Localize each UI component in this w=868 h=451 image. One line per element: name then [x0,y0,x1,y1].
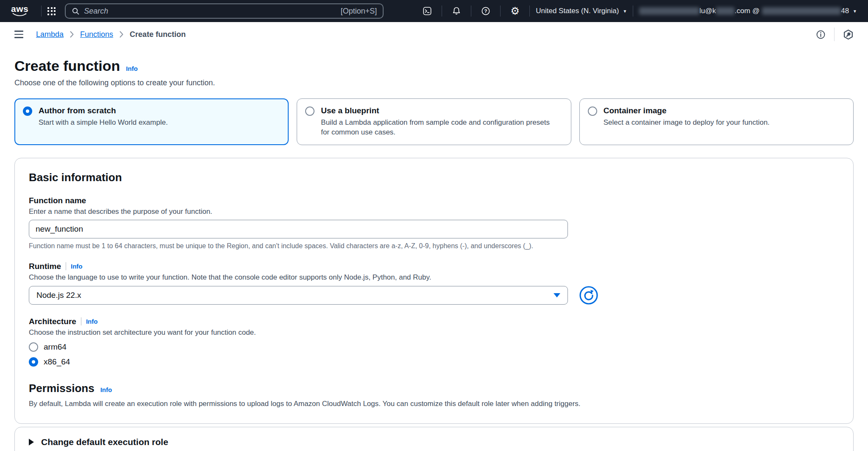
tile-description: Start with a simple Hello World example. [39,118,168,128]
top-navigation: aws [Option+S] [0,0,868,22]
expander-label: Change default execution role [41,437,168,447]
gear-icon: ⚙ [510,6,520,16]
runtime-selected-value: Node.js 22.x [36,291,81,300]
permissions-description: By default, Lambda will create an execut… [29,400,839,408]
architecture-description: Choose the instruction set architecture … [29,328,839,337]
search-icon [72,7,80,15]
help-button[interactable]: ? [477,3,494,19]
tile-container-image[interactable]: Container image Select a container image… [579,98,854,145]
radio-selected-icon[interactable] [29,357,38,367]
tile-description: Build a Lambda application from sample c… [321,118,558,137]
radio-selected-icon[interactable] [23,106,32,116]
breadcrumb-current: Create function [130,30,186,39]
account-fragment: lu@k [699,7,716,15]
account-redacted-block [762,7,841,15]
info-panel-button[interactable] [816,30,826,39]
function-name-label: Function name [29,196,86,205]
function-name-field: Function name Enter a name that describe… [29,196,839,250]
creation-option-tiles: Author from scratch Start with a simple … [14,98,854,145]
radio-arm64-label: arm64 [44,342,67,352]
hamburger-menu-icon[interactable] [14,31,23,38]
divider [834,28,835,41]
account-redacted-block [639,7,699,15]
tile-author-from-scratch[interactable]: Author from scratch Start with a simple … [14,98,289,145]
page-info-link[interactable]: Info [126,65,138,72]
account-menu[interactable]: lu@k .com @ 48 ▼ [639,7,857,15]
breadcrumb-functions[interactable]: Functions [80,30,113,39]
account-fragment: 48 [841,7,849,15]
account-fragment: .com @ [734,7,760,15]
region-label: United States (N. Virginia) [536,7,619,15]
svg-text:?: ? [484,8,487,14]
settings-button[interactable]: ⚙ [506,3,523,19]
runtime-select[interactable]: Node.js 22.x [29,286,568,305]
main-content: Create function Info Choose one of the f… [0,47,868,451]
services-grid-icon[interactable] [47,7,56,15]
global-search[interactable]: [Option+S] [65,3,384,19]
radio-arm64[interactable]: arm64 [29,342,839,352]
permissions-title: Permissions [29,382,95,395]
page-subtitle: Choose one of the following options to c… [14,78,854,87]
chevron-down-icon: ▼ [853,9,857,14]
tile-description: Select a container image to deploy for y… [604,118,770,128]
architecture-field: Architecture Info Choose the instruction… [29,317,839,367]
change-default-execution-role-expander[interactable]: Change default execution role [14,427,854,451]
page-title: Create function [14,58,120,74]
aws-logo[interactable]: aws [11,5,28,17]
cloudshell-terminal-icon [423,6,432,16]
tile-label: Container image [604,106,770,115]
basic-information-card: Basic information Function name Enter a … [14,158,854,424]
radio-unselected-icon[interactable] [29,342,38,352]
divider [81,317,81,325]
runtime-field: Runtime Info Choose the language to use … [29,262,839,305]
function-name-constraint: Function name must be 1 to 64 characters… [29,242,839,250]
aws-logo-text: aws [11,5,28,13]
architecture-info-link[interactable]: Info [86,318,98,325]
function-name-description: Enter a name that describes the purpose … [29,207,839,216]
bell-icon [452,6,461,16]
architecture-label: Architecture [29,317,76,326]
tile-use-a-blueprint[interactable]: Use a blueprint Build a Lambda applicati… [297,98,571,145]
basic-information-title: Basic information [29,171,839,184]
breadcrumb-lambda[interactable]: Lambda [36,30,64,39]
refresh-runtimes-button[interactable] [579,286,598,305]
radio-unselected-icon[interactable] [588,106,597,116]
help-icon: ? [481,6,490,16]
permissions-info-link[interactable]: Info [100,386,112,393]
cloudshell-button[interactable] [419,3,436,19]
nav-divider [41,6,42,17]
account-redacted-block [716,7,734,15]
expander-triangle-icon [29,439,34,445]
search-input[interactable] [84,7,340,16]
function-name-input[interactable] [29,220,568,238]
select-caret-icon [554,293,560,297]
runtime-description: Choose the language to use to write your… [29,273,839,282]
chevron-right-icon [70,31,74,38]
breadcrumb-bar: Lambda Functions Create function [0,22,868,47]
divider [66,262,66,270]
tile-label: Use a blueprint [321,106,558,115]
region-selector[interactable]: United States (N. Virginia) ▼ [536,7,627,15]
notifications-button[interactable] [448,3,465,19]
amazon-q-button[interactable] [843,29,854,40]
refresh-icon [579,286,598,305]
permissions-section: Permissions Info By default, Lambda will… [29,382,839,408]
chevron-right-icon [120,31,123,38]
radio-unselected-icon[interactable] [305,106,314,116]
runtime-info-link[interactable]: Info [71,263,83,270]
runtime-label: Runtime [29,262,61,271]
radio-x86-64-label: x86_64 [44,357,70,367]
chevron-down-icon: ▼ [623,9,627,14]
info-circle-icon [816,30,826,39]
amazon-q-icon [843,29,854,40]
aws-smile-icon [12,13,28,17]
radio-x86-64[interactable]: x86_64 [29,357,839,367]
tile-label: Author from scratch [39,106,168,115]
search-shortcut-hint: [Option+S] [341,7,377,16]
